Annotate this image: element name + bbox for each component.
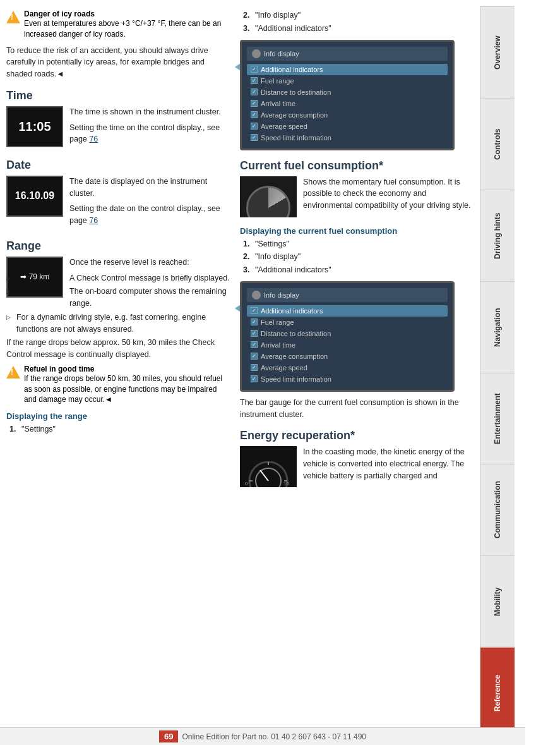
energy-gauge-image: 0 10: [240, 446, 297, 487]
range-drop-text: If the range drops below approx. 50 km, …: [6, 337, 230, 361]
energy-heading: Energy recuperation*: [240, 429, 474, 442]
time-page-link[interactable]: 76: [89, 135, 98, 143]
icy-roads-warning-title: Danger of icy roads: [24, 9, 230, 18]
sidebar-tab-reference[interactable]: Reference: [480, 647, 515, 739]
fuel-gauge-image: [240, 176, 297, 217]
screen-2-item-0: ✓ Additional indicators: [247, 305, 448, 317]
time-section: 11:05 The time is shown in the instrumen…: [6, 106, 230, 150]
fuel-numbered-item-3: 3. "Additional indicators": [243, 264, 474, 276]
top-numbered-list: 2. "Info display" 3. "Additional indicat…: [240, 9, 474, 35]
check-icon-s2-4: ✓: [251, 353, 258, 360]
sidebar-tab-mobility[interactable]: Mobility: [480, 555, 515, 647]
screen-1-item-3: ✓ Arrival time: [247, 98, 448, 109]
screen-2-item-6: ✓ Speed limit information: [247, 373, 448, 385]
check-icon-s2-5: ✓: [251, 364, 258, 371]
check-icon-5: ✓: [251, 123, 258, 130]
check-icon-6: ✓: [251, 134, 258, 141]
time-value: 11:05: [18, 119, 51, 134]
check-icon-2: ✓: [251, 88, 258, 95]
range-footer-text: For a dynamic driving style, e.g. fast c…: [6, 312, 230, 336]
energy-gauge-svg: 0 10: [240, 446, 297, 487]
page-number: 69: [159, 730, 178, 742]
sidebar-tab-driving-hints[interactable]: Driving hints: [480, 190, 515, 281]
screen-2-title: Info display: [264, 291, 299, 299]
icy-roads-warning: Danger of icy roads Even at temperatures…: [6, 9, 230, 40]
screen-2-item-1: ✓ Fuel range: [247, 317, 448, 328]
time-heading: Time: [6, 89, 230, 102]
sidebar-tab-communication[interactable]: Communication: [480, 464, 515, 555]
range-section-content: ➡ 79 km Once the reserve level is reache…: [6, 257, 230, 312]
fuel-numbered-item-2: 2. "Info display": [243, 251, 474, 263]
range-bullet-1: A Check Control message is briefly displ…: [6, 272, 230, 284]
displaying-fuel-subheading: Displaying the current fuel consumption: [240, 226, 474, 236]
screen-1-title-icon: [252, 49, 261, 58]
date-value: 16.10.09: [15, 190, 54, 202]
sidebar-tab-entertainment[interactable]: Entertainment: [480, 373, 515, 464]
svg-text:0: 0: [245, 481, 248, 487]
info-screen-2: Info display ✓ Additional indicators ✓ F…: [240, 281, 455, 392]
screen-1-item-6: ✓ Speed limit information: [247, 132, 448, 143]
range-bullet-2: The on-board computer shows the remainin…: [6, 286, 230, 310]
page-bar: 69 Online Edition for Part no. 01 40 2 6…: [0, 727, 525, 745]
date-section: 16.10.09 The date is displayed on the in…: [6, 176, 230, 231]
displaying-range-list: 1. "Settings": [6, 423, 230, 435]
screen-1-item-2: ✓ Distance to destination: [247, 87, 448, 98]
check-icon-s2-3: ✓: [251, 341, 258, 348]
screen-1-item-4: ✓ Average consumption: [247, 109, 448, 121]
check-icon-3: ✓: [251, 100, 258, 107]
check-icon-s2-6: ✓: [251, 375, 258, 382]
date-display-image: 16.10.09: [6, 176, 63, 217]
displaying-range-item-1: 1. "Settings": [9, 423, 230, 435]
screen-2-title-icon: [252, 291, 261, 300]
screen-1-item-1: ✓ Fuel range: [247, 75, 448, 87]
page-footer-text: Online Edition for Part no. 01 40 2 607 …: [182, 732, 366, 741]
top-numbered-item-3: 3. "Additional indicators": [243, 23, 474, 35]
fuel-consumption-footer: The bar gauge for the current fuel consu…: [240, 397, 474, 421]
screen-2-item-5: ✓ Average speed: [247, 362, 448, 373]
sidebar-tab-overview[interactable]: Overview: [480, 6, 515, 98]
screen-2-item-3: ✓ Arrival time: [247, 339, 448, 351]
check-icon-0: ✓: [251, 66, 258, 73]
time-display-image: 11:05: [6, 106, 63, 147]
fuel-consumption-content: Shows the momentary fuel consumption. It…: [240, 176, 474, 220]
check-icon-s2-0: ✓: [251, 307, 258, 314]
check-icon-s2-1: ✓: [251, 318, 258, 325]
screen-2-item-2: ✓ Distance to destination: [247, 328, 448, 339]
screen-1-item-5: ✓ Average speed: [247, 121, 448, 132]
sidebar-tab-navigation[interactable]: Navigation: [480, 281, 515, 373]
fuel-consumption-heading: Current fuel consumption*: [240, 159, 474, 173]
check-icon-s2-2: ✓: [251, 330, 258, 337]
energy-section-content: 0 10 In the coasting mode, the kinetic e…: [240, 446, 474, 490]
refuel-warning-title: Refuel in good time: [24, 365, 230, 373]
refuel-warning-icon: [6, 366, 20, 379]
info-screen-1-wrapper: Info display ✓ Additional indicators ✓ F…: [240, 40, 474, 150]
fuel-numbered-list: 1. "Settings" 2. "Info display" 3. "Addi…: [240, 238, 474, 276]
date-heading: Date: [6, 159, 230, 172]
info-screen-2-wrapper: Info display ✓ Additional indicators ✓ F…: [240, 281, 474, 392]
sidebar: Overview Controls Driving hints Navigati…: [480, 6, 515, 739]
date-page-link[interactable]: 76: [89, 216, 98, 225]
screen-1-item-0: ✓ Additional indicators: [247, 64, 448, 75]
screen-1-title-bar: Info display: [247, 47, 448, 61]
displaying-range-subheading: Displaying the range: [6, 411, 230, 421]
screen-2-title-bar: Info display: [247, 288, 448, 302]
top-numbered-item-2: 2. "Info display": [243, 9, 474, 21]
icy-roads-body: To reduce the risk of an accident, you s…: [6, 45, 230, 80]
svg-text:10: 10: [283, 481, 289, 487]
range-heading: Range: [6, 239, 230, 253]
refuel-warning: Refuel in good time If the range drops b…: [6, 365, 230, 405]
refuel-warning-text: If the range drops below 50 km, 30 miles…: [24, 373, 230, 405]
screen-2-item-4: ✓ Average consumption: [247, 351, 448, 362]
info-screen-1: Info display ✓ Additional indicators ✓ F…: [240, 40, 455, 150]
sidebar-tab-controls[interactable]: Controls: [480, 98, 515, 190]
check-icon-4: ✓: [251, 111, 258, 118]
gauge-circle: [246, 186, 290, 217]
icy-roads-warning-text1: Even at temperatures above +3 °C/+37 °F,…: [24, 18, 230, 40]
screen-1-title: Info display: [264, 50, 299, 58]
check-icon-1: ✓: [251, 77, 258, 84]
fuel-numbered-item-1: 1. "Settings": [243, 238, 474, 250]
warning-icon: [6, 11, 20, 23]
